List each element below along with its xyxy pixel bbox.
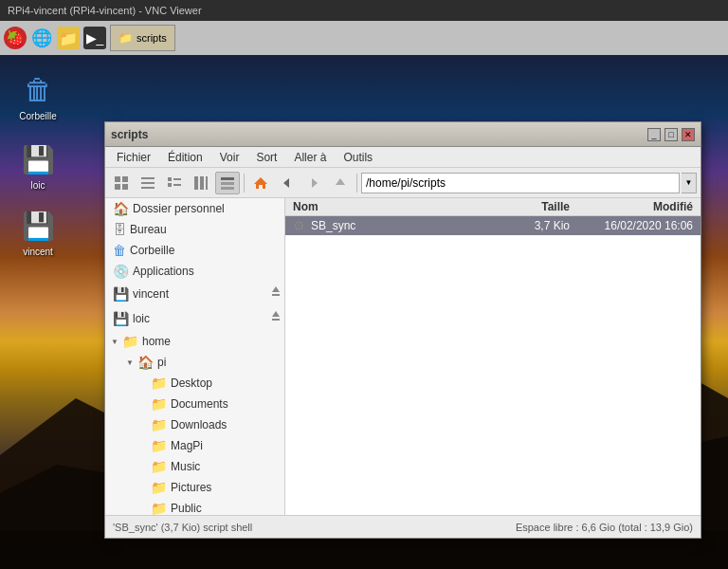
toolbar-back[interactable]: [275, 172, 300, 194]
svg-marker-21: [283, 178, 289, 188]
menu-edition[interactable]: Édition: [160, 149, 210, 166]
sidebar-item-desktop-folder[interactable]: 📁 Desktop: [105, 373, 284, 394]
magpi-icon: 📁: [151, 438, 167, 453]
svg-rect-27: [272, 319, 280, 321]
menu-fichier[interactable]: Fichier: [109, 149, 158, 166]
documents-icon: 📁: [151, 396, 167, 412]
svg-rect-4: [122, 176, 128, 182]
svg-rect-15: [200, 176, 204, 190]
menu-outils[interactable]: Outils: [336, 149, 380, 166]
sidebar: 🏠 Dossier personnel 🗄 Bureau 🗑 Corbeille…: [105, 198, 285, 515]
header-taille[interactable]: Taille: [494, 200, 570, 213]
svg-marker-22: [312, 178, 318, 188]
sidebar-item-vincent-drive[interactable]: 💾 vincent: [105, 282, 284, 306]
svg-rect-12: [168, 183, 172, 187]
menu-aller[interactable]: Aller à: [286, 149, 334, 166]
toolbar-sep1: [244, 174, 245, 193]
trash-icon: 🗑: [19, 71, 57, 109]
toolbar-sep2: [356, 174, 357, 193]
file-list: Nom Taille Modifié ⚙ SB_sync 3,7 Kio 16/…: [285, 198, 701, 515]
sidebar-item-pictures[interactable]: 📁 Pictures: [105, 477, 284, 498]
sidebar-item-downloads[interactable]: 📁 Downloads: [105, 414, 284, 435]
applications-icon: 💿: [113, 264, 129, 279]
sidebar-item-documents[interactable]: 📁 Documents: [105, 394, 284, 414]
pi-home-icon: 🏠: [137, 355, 154, 370]
svg-rect-17: [221, 177, 234, 180]
toolbar-detail-view[interactable]: [215, 172, 240, 194]
address-bar[interactable]: /home/pi/scripts: [361, 173, 680, 193]
toolbar-column-view[interactable]: [189, 172, 213, 194]
loic-label: loic: [30, 180, 45, 191]
sidebar-item-pi[interactable]: ▼ 🏠 pi: [105, 352, 284, 373]
toolbar-forward[interactable]: [301, 172, 326, 194]
file-list-header: Nom Taille Modifié: [285, 198, 701, 216]
window-title: scripts: [111, 128, 148, 141]
pictures-icon: 📁: [151, 480, 167, 495]
svg-rect-18: [221, 182, 234, 185]
desktop-icon-vincent[interactable]: 💾 vincent: [8, 207, 68, 257]
home-toggle: ▼: [109, 336, 120, 347]
minimize-button[interactable]: _: [647, 128, 661, 141]
taskbar-folder[interactable]: 📁: [57, 27, 80, 49]
svg-marker-26: [272, 311, 280, 317]
bureau-icon: 🗄: [113, 222, 126, 237]
pi-toggle: ▼: [124, 357, 136, 368]
close-button[interactable]: ✕: [682, 128, 695, 141]
status-bar: 'SB_sync' (3,7 Kio) script shell Espace …: [105, 515, 701, 538]
desktop-icon-trash[interactable]: 🗑 Corbeille: [8, 71, 68, 121]
sidebar-item-magpi[interactable]: 📁 MagPi: [105, 435, 284, 456]
menu-sort[interactable]: Sort: [248, 149, 284, 166]
menu-bar: Fichier Édition Voir Sort Aller à Outils: [105, 147, 701, 168]
sb-sync-file-icon: ⚙: [293, 218, 305, 233]
sb-sync-size: 3,7 Kio: [494, 219, 570, 232]
svg-marker-20: [254, 177, 267, 189]
sidebar-item-corbeille[interactable]: 🗑 Corbeille: [105, 240, 284, 261]
vincent-drive-sidebar-icon: 💾: [113, 286, 129, 302]
svg-rect-3: [115, 176, 120, 182]
svg-marker-23: [336, 178, 345, 185]
sidebar-item-music[interactable]: 📁 Music: [105, 456, 284, 477]
menu-voir[interactable]: Voir: [212, 149, 247, 166]
header-nom[interactable]: Nom: [293, 200, 494, 213]
svg-rect-9: [141, 187, 155, 189]
svg-rect-6: [122, 184, 128, 190]
eject-icon-vincent: [271, 284, 281, 303]
os-titlebar-text: RPi4-vincent (RPi4-vincent) - VNC Viewer: [8, 5, 202, 16]
sidebar-item-applications[interactable]: 💿 Applications: [105, 261, 284, 282]
file-row-sb-sync[interactable]: ⚙ SB_sync 3,7 Kio 16/02/2020 16:06: [285, 216, 701, 235]
svg-rect-13: [173, 184, 181, 186]
window-titlebar: scripts _ □ ✕: [105, 122, 701, 147]
svg-rect-16: [206, 176, 208, 190]
toolbar-icon-grid[interactable]: [109, 172, 134, 194]
toolbar-list-view[interactable]: [162, 172, 187, 194]
maximize-button[interactable]: □: [664, 128, 678, 141]
toolbar-compact-view[interactable]: [136, 172, 160, 194]
svg-rect-7: [141, 177, 155, 179]
svg-marker-24: [272, 286, 280, 292]
desktop-icon-loic[interactable]: 💾 loic: [8, 140, 68, 191]
svg-rect-25: [272, 294, 280, 296]
taskbar-browser[interactable]: 🌐: [30, 27, 53, 49]
sidebar-item-public[interactable]: 📁 Public: [105, 498, 284, 515]
dossier-icon: 🏠: [113, 201, 129, 216]
toolbar-up[interactable]: [328, 172, 353, 194]
desktop-folder-icon: 📁: [151, 376, 167, 391]
sidebar-item-home[interactable]: ▼ 📁 home: [105, 331, 284, 352]
sb-sync-filename: SB_sync: [311, 219, 494, 232]
sidebar-item-dossier-personnel[interactable]: 🏠 Dossier personnel: [105, 198, 284, 219]
taskbar-terminal[interactable]: ▶_: [83, 27, 106, 49]
taskbar-raspberry[interactable]: 🍓: [4, 27, 27, 49]
music-icon: 📁: [151, 459, 167, 474]
corbeille-sidebar-icon: 🗑: [113, 243, 126, 258]
downloads-icon: 📁: [151, 417, 167, 432]
header-modifie[interactable]: Modifié: [570, 200, 693, 213]
eject-icon-loic: [271, 309, 281, 328]
toolbar-home[interactable]: [248, 172, 273, 194]
vincent-drive-icon: 💾: [19, 207, 57, 245]
taskbar-scripts-button[interactable]: 📁 scripts: [110, 25, 175, 51]
svg-rect-19: [221, 187, 234, 190]
sidebar-item-loic-drive[interactable]: 💾 loic: [105, 306, 284, 331]
svg-rect-10: [168, 177, 172, 181]
address-dropdown-btn[interactable]: ▼: [682, 173, 697, 193]
sidebar-item-bureau[interactable]: 🗄 Bureau: [105, 219, 284, 240]
